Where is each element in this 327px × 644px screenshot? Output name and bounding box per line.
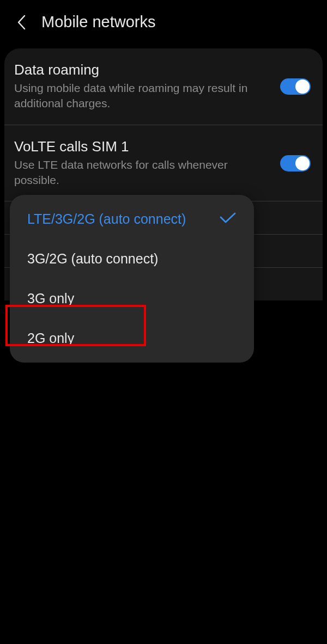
header: Mobile networks <box>0 0 327 44</box>
dropdown-option-3g-only[interactable]: 3G only <box>10 279 254 318</box>
dropdown-option-3g-2g[interactable]: 3G/2G (auto connect) <box>10 239 254 279</box>
volte-row[interactable]: VoLTE calls SIM 1 Use LTE data networks … <box>4 125 323 202</box>
page-title: Mobile networks <box>41 13 156 31</box>
dropdown-option-label: 3G only <box>27 291 74 306</box>
volte-title: VoLTE calls SIM 1 <box>14 138 270 155</box>
dropdown-option-label: 3G/2G (auto connect) <box>27 251 158 267</box>
volte-desc: Use LTE data networks for calls whenever… <box>14 157 270 188</box>
data-roaming-title: Data roaming <box>14 62 270 78</box>
back-icon[interactable] <box>16 14 26 30</box>
volte-text: VoLTE calls SIM 1 Use LTE data networks … <box>14 138 280 188</box>
check-icon <box>219 211 237 227</box>
dropdown-option-label: 2G only <box>27 330 74 346</box>
data-roaming-toggle[interactable] <box>280 78 311 95</box>
data-roaming-text: Data roaming Using mobile data while roa… <box>14 62 280 112</box>
dropdown-option-2g-only[interactable]: 2G only <box>10 318 254 358</box>
volte-toggle[interactable] <box>280 155 311 171</box>
dropdown-option-lte-3g-2g[interactable]: LTE/3G/2G (auto connect) <box>10 199 254 239</box>
data-roaming-row[interactable]: Data roaming Using mobile data while roa… <box>4 48 323 125</box>
data-roaming-desc: Using mobile data while roaming may resu… <box>14 81 270 112</box>
network-mode-dropdown: LTE/3G/2G (auto connect) 3G/2G (auto con… <box>10 195 254 363</box>
dropdown-option-label: LTE/3G/2G (auto connect) <box>27 211 186 227</box>
